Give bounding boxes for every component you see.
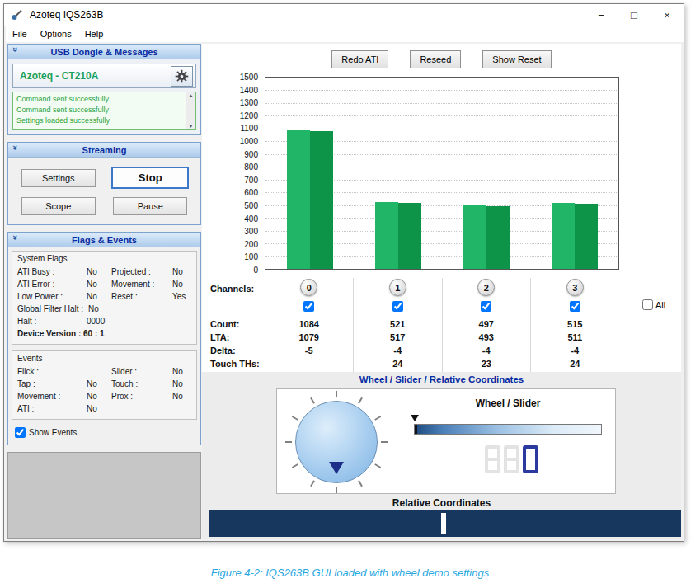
scope-button[interactable]: Scope: [21, 197, 96, 215]
flag-label: Movement :: [111, 278, 172, 290]
bar-lta-ch3: [575, 204, 598, 269]
menu-file[interactable]: File: [6, 29, 34, 39]
event-label: ATI :: [17, 402, 87, 415]
seven-segment-display: [485, 445, 538, 473]
wheel-tick: [358, 397, 363, 404]
lta-ch3: 511: [531, 332, 620, 342]
touch-ths-ch2: 23: [442, 359, 531, 369]
event-label: Slider :: [111, 365, 172, 378]
show-reset-button[interactable]: Show Reset: [482, 50, 551, 68]
streaming-panel-title: Streaming: [82, 145, 127, 155]
menu-help[interactable]: Help: [78, 29, 110, 39]
message-scrollbar[interactable]: ▲ ▼: [186, 92, 195, 129]
window-controls: − □ ×: [585, 4, 684, 26]
bar-count-ch0: [287, 130, 310, 269]
content: » USB Dongle & Messages Azoteq - CT210A: [4, 42, 684, 541]
channel-2-checkbox[interactable]: [481, 301, 491, 312]
message-line: Settings loaded successfully: [16, 115, 192, 126]
message-line: Command sent successfully: [16, 94, 192, 105]
y-axis-tick: 900: [244, 149, 258, 158]
delta-ch1: -4: [354, 346, 443, 355]
y-axis-tick: 800: [244, 162, 258, 172]
event-value: No: [87, 390, 111, 402]
sidebar: » USB Dongle & Messages Azoteq - CT210A: [7, 44, 201, 539]
y-axis-tick: 200: [244, 239, 258, 248]
collapse-chevron-icon[interactable]: »: [11, 47, 21, 52]
channel-1-checkbox[interactable]: [392, 301, 403, 312]
wheel-tick: [374, 463, 381, 468]
count-row: 1084 521 497 515: [265, 319, 619, 329]
event-label: [111, 402, 172, 415]
wheel-tick: [292, 416, 298, 421]
flags-panel-header[interactable]: » Flags & Events: [8, 233, 200, 247]
usb-panel-header[interactable]: » USB Dongle & Messages: [8, 45, 200, 59]
channel-0-checkbox[interactable]: [303, 301, 314, 312]
collapse-chevron-icon[interactable]: »: [11, 145, 21, 150]
wheel-control[interactable]: [285, 391, 388, 493]
channel-3-checkbox[interactable]: [570, 301, 580, 312]
app-icon: [11, 9, 23, 21]
y-axis-tick: 100: [244, 252, 258, 261]
flag-label: Halt :: [17, 315, 87, 327]
show-events-label: Show Events: [29, 428, 77, 437]
relative-coordinates-bar[interactable]: [209, 510, 681, 537]
streaming-panel-header[interactable]: » Streaming: [8, 143, 200, 158]
flag-label: Reset :: [111, 290, 172, 303]
wheel-tick: [310, 480, 315, 487]
wheel-tick: [336, 487, 337, 493]
event-value: [172, 402, 199, 415]
touch-ths-ch1: 24: [354, 359, 443, 369]
wheel-slider-link[interactable]: Wheel / Slider / Relative Coordinates: [202, 374, 681, 384]
y-axis-tick: 1000: [240, 136, 258, 145]
wheel-tick: [310, 397, 315, 404]
plot-area: [265, 77, 619, 270]
delta-ch3: -4: [531, 346, 620, 355]
flag-row: Low Power : No Reset : Yes: [17, 290, 191, 303]
flag-label: ATI Error :: [17, 278, 87, 290]
scroll-down-icon[interactable]: ▼: [189, 124, 194, 129]
system-flags-title: System Flags: [17, 254, 191, 263]
event-row: Movement : No Prox : No: [17, 390, 191, 402]
flag-label: Low Power :: [17, 290, 87, 303]
window-title: Azoteq IQS263B: [30, 9, 103, 21]
event-value: No: [172, 365, 199, 378]
scroll-up-icon[interactable]: ▲: [189, 93, 194, 98]
streaming-panel: » Streaming Settings Stop Scope Pause: [7, 142, 201, 225]
all-checkbox[interactable]: [642, 299, 653, 310]
settings-button[interactable]: Settings: [21, 169, 96, 187]
count-ch0: 1084: [265, 319, 354, 329]
minimize-icon[interactable]: −: [585, 4, 618, 26]
flag-value: No: [172, 266, 199, 278]
channel-circles-row: 0 1 2 3: [265, 279, 619, 296]
stop-button[interactable]: Stop: [111, 167, 189, 189]
device-box: Azoteq - CT210A: [12, 64, 196, 88]
slider-track[interactable]: [414, 424, 602, 435]
device-settings-button[interactable]: [171, 66, 193, 87]
message-log[interactable]: Command sent successfully Command sent s…: [12, 92, 196, 130]
slider-thumb[interactable]: [415, 425, 417, 434]
y-axis-tick: 400: [244, 214, 258, 223]
device-version: Device Version : 60 : 1: [17, 327, 191, 340]
event-label: Movement :: [17, 390, 87, 402]
redo-ati-button[interactable]: Redo ATI: [331, 50, 388, 68]
segment-digit-ghost: [504, 445, 519, 473]
flag-value: No: [87, 278, 111, 290]
wheel-tick: [358, 480, 363, 487]
usb-panel-title: USB Dongle & Messages: [50, 47, 157, 57]
event-label: Tap :: [17, 378, 87, 390]
menu-options[interactable]: Options: [34, 29, 78, 39]
bar-count-ch2: [463, 205, 486, 269]
wheel-tick: [292, 463, 298, 468]
collapse-chevron-icon[interactable]: »: [11, 235, 21, 240]
maximize-icon[interactable]: □: [618, 4, 651, 26]
bar-group-ch3: [530, 78, 618, 269]
close-icon[interactable]: ×: [651, 4, 684, 26]
wheel-tick: [381, 441, 388, 443]
wheel-tick: [336, 391, 337, 397]
chart-toolbar: Redo ATI Reseed Show Reset: [202, 50, 681, 68]
channels-label: Channels:: [210, 284, 254, 294]
y-axis-tick: 1400: [240, 85, 258, 94]
show-events-checkbox[interactable]: [15, 427, 26, 438]
pause-button[interactable]: Pause: [113, 197, 187, 215]
reseed-button[interactable]: Reseed: [410, 50, 461, 68]
